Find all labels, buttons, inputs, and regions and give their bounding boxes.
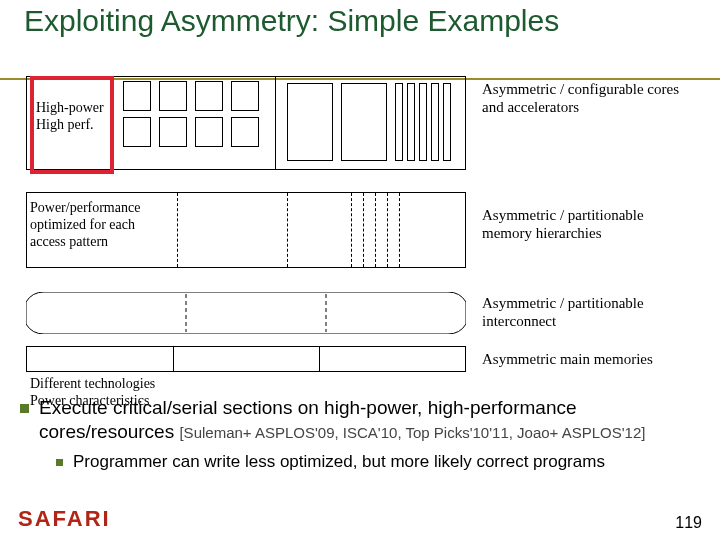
main-memory-box (26, 346, 466, 372)
mem-left-label: Power/performance optimized for each acc… (30, 200, 170, 250)
label-line: High perf. (36, 117, 104, 134)
footer: SAFARI 119 (18, 506, 702, 532)
mem-dash (351, 193, 352, 267)
accel-thin (431, 83, 439, 161)
safari-logo: SAFARI (18, 506, 111, 532)
mm-sep (173, 347, 174, 371)
small-core (159, 117, 187, 147)
mm-right-label: Asymmetric main memories (482, 350, 702, 368)
page-number: 119 (675, 514, 702, 532)
mem-dash (177, 193, 178, 267)
accel-thin (419, 83, 427, 161)
mm-sep (319, 347, 320, 371)
accel-thin (395, 83, 403, 161)
bullet-2-text: Programmer can write less optimized, but… (73, 452, 605, 472)
accel-thin (443, 83, 451, 161)
bullet-icon (56, 459, 63, 466)
small-core (195, 81, 223, 111)
architecture-diagram: High-power High perf. Asymmetric / confi… (26, 82, 686, 382)
accel-thin (407, 83, 415, 161)
label-line: High-power (36, 100, 104, 117)
small-core (123, 117, 151, 147)
small-core (195, 117, 223, 147)
slide-title: Exploiting Asymmetry: Simple Examples (24, 4, 710, 37)
mem-dash (375, 193, 376, 267)
accel-block (341, 83, 387, 161)
bullet-1-content: Execute critical/serial sections on high… (39, 396, 712, 444)
accel-block (287, 83, 333, 161)
mem-dash (287, 193, 288, 267)
bullet-icon (20, 404, 29, 413)
mem-dash (399, 193, 400, 267)
mem-right-label: Asymmetric / partitionable memory hierar… (482, 206, 682, 242)
interconnect-shape (26, 292, 466, 334)
mem-dash (363, 193, 364, 267)
cores-right-label: Asymmetric / configurable cores and acce… (482, 80, 682, 116)
small-core (159, 81, 187, 111)
ic-right-label: Asymmetric / partitionable interconnect (482, 294, 682, 330)
cores-left-label: High-power High perf. (36, 100, 104, 134)
bullet-1-refs: [Suleman+ ASPLOS'09, ISCA'10, Top Picks'… (179, 424, 645, 441)
small-core (231, 117, 259, 147)
bullet-2: Programmer can write less optimized, but… (56, 452, 712, 472)
small-core (123, 81, 151, 111)
mem-dash (387, 193, 388, 267)
bullet-1: Execute critical/serial sections on high… (20, 396, 712, 444)
core-separator (275, 77, 276, 169)
bullet-list: Execute critical/serial sections on high… (20, 396, 712, 472)
slide: Exploiting Asymmetry: Simple Examples (0, 0, 720, 540)
small-core (231, 81, 259, 111)
